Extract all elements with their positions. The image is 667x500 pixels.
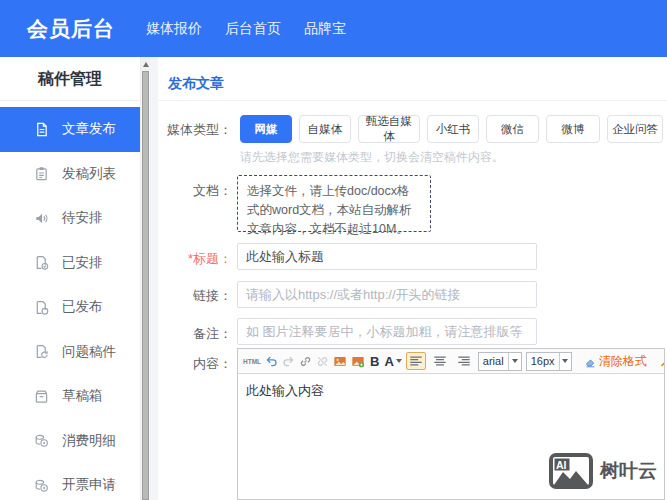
font-size-value: 16px: [527, 355, 559, 367]
content-label: 内容：: [158, 355, 232, 373]
watermark-ai-text: AI: [556, 459, 567, 471]
font-color-letter: A: [384, 354, 393, 369]
media-type-hint: 请先选择您需要媒体类型，切换会清空稿件内容。: [240, 149, 504, 166]
media-btn-self-media[interactable]: 自媒体: [299, 115, 351, 143]
document-refresh-icon: [33, 344, 49, 360]
note-label: 备注：: [158, 325, 232, 343]
sidebar-item-label: 发稿列表: [62, 165, 116, 183]
align-center-icon[interactable]: [430, 352, 450, 370]
sidebar-item-pending[interactable]: 待安排: [0, 196, 140, 241]
bold-icon[interactable]: B: [369, 354, 380, 369]
media-btn-web[interactable]: 网媒: [240, 115, 292, 143]
watermark: AI 树叶云: [548, 452, 657, 490]
sidebar-item-label: 待安排: [62, 209, 103, 227]
align-right-icon[interactable]: [454, 352, 474, 370]
chevron-down-icon: [508, 353, 521, 370]
eraser-icon: [584, 355, 597, 368]
sidebar-item-published[interactable]: 已发布: [0, 285, 140, 330]
html-source-icon[interactable]: HTML: [243, 358, 261, 365]
media-type-group: 网媒 自媒体 甄选自媒体 小红书 微信 微博 企业问答: [240, 115, 663, 143]
document-upload-box[interactable]: 选择文件，请上传doc/docx格式的word文档，本站自动解析文章内容，文档不…: [237, 175, 431, 232]
media-btn-qa[interactable]: 企业问答: [607, 115, 663, 143]
sidebar-item-label: 已发布: [62, 298, 103, 316]
link-input[interactable]: [237, 281, 537, 308]
undo-icon[interactable]: [265, 355, 278, 368]
auto-format-button[interactable]: 一键自动排版: [659, 353, 664, 370]
editor-content[interactable]: 此处输入内容 AI 树叶云: [238, 374, 664, 499]
media-btn-weibo[interactable]: 微博: [546, 115, 600, 143]
document-circle-icon: [33, 299, 49, 315]
media-btn-wechat[interactable]: 微信: [486, 115, 539, 143]
coins-icon: [33, 433, 49, 449]
sidebar-scrollbar[interactable]: [140, 57, 150, 500]
clear-format-label: 清除格式: [599, 353, 647, 370]
chevron-down-icon: [559, 353, 571, 370]
document-check-icon: [33, 255, 49, 271]
nav-media-pricing[interactable]: 媒体报价: [146, 20, 202, 38]
title-label: *标题：: [158, 250, 232, 268]
app-root: 会员后台 媒体报价 后台首页 品牌宝 稿件管理 文章发布 发稿列表: [0, 0, 667, 500]
scrollbar-up-arrow-icon[interactable]: [141, 57, 150, 71]
clear-format-button[interactable]: 清除格式: [584, 353, 647, 370]
note-input[interactable]: [237, 318, 537, 345]
sidebar-item-label: 开票申请: [62, 476, 116, 494]
title-label-text: 标题：: [193, 251, 232, 266]
page-title: 发布文章: [168, 75, 224, 93]
watermark-logo-icon: AI: [548, 452, 594, 490]
nav-brand-bao[interactable]: 品牌宝: [304, 20, 346, 38]
title-input[interactable]: [237, 243, 537, 270]
content-gutter: [150, 57, 158, 500]
upload-image-icon[interactable]: [351, 355, 365, 368]
invoice-coins-icon: [33, 477, 49, 493]
archive-box-icon: [33, 388, 49, 404]
editor-toolbar: HTML B A: [238, 349, 664, 374]
topbar: 会员后台 媒体报价 后台首页 品牌宝: [0, 0, 667, 57]
sidebar: 稿件管理 文章发布 发稿列表 待安排: [0, 57, 140, 500]
sidebar-item-label: 消费明细: [62, 432, 116, 450]
title-divider: [158, 100, 667, 101]
media-btn-selected-self-media[interactable]: 甄选自媒体: [358, 115, 420, 143]
nav-backend-home[interactable]: 后台首页: [225, 20, 281, 38]
font-family-value: arial: [479, 355, 508, 367]
unlink-icon[interactable]: [316, 355, 329, 368]
sidebar-item-drafts[interactable]: 草稿箱: [0, 374, 140, 419]
sidebar-item-spending-detail[interactable]: 消费明细: [0, 419, 140, 464]
insert-image-icon[interactable]: [333, 355, 347, 368]
brand-logo[interactable]: 会员后台: [27, 15, 115, 43]
sidebar-item-label: 文章发布: [62, 120, 116, 138]
sidebar-item-scheduled[interactable]: 已安排: [0, 241, 140, 286]
speaker-icon: [33, 210, 49, 226]
rich-text-editor: HTML B A: [237, 348, 665, 500]
main-panel: 发布文章 媒体类型： 网媒 自媒体 甄选自媒体 小红书 微信 微博 企业问答 请…: [158, 57, 667, 500]
sidebar-item-invoice-request[interactable]: 开票申请: [0, 463, 140, 500]
top-nav: 媒体报价 后台首页 品牌宝: [146, 20, 346, 38]
document-icon: [33, 121, 49, 137]
magic-wand-icon: [659, 355, 664, 368]
sidebar-item-problem-posts[interactable]: 问题稿件: [0, 330, 140, 375]
editor-placeholder-text: 此处输入内容: [246, 383, 324, 398]
sidebar-menu: 文章发布 发稿列表 待安排 已安排: [0, 107, 140, 500]
document-label: 文档：: [158, 182, 232, 200]
link-icon[interactable]: [299, 355, 312, 368]
font-family-select[interactable]: arial: [478, 352, 522, 371]
align-left-icon[interactable]: [406, 352, 426, 370]
scrollbar-thumb[interactable]: [142, 71, 149, 500]
sidebar-title: 稿件管理: [0, 57, 140, 101]
sidebar-item-post-list[interactable]: 发稿列表: [0, 152, 140, 197]
sidebar-item-label: 草稿箱: [62, 387, 103, 405]
redo-icon[interactable]: [282, 355, 295, 368]
link-label: 链接：: [158, 287, 232, 305]
sidebar-item-label: 问题稿件: [62, 343, 116, 361]
sidebar-item-label: 已安排: [62, 254, 103, 272]
font-color-icon[interactable]: A: [384, 354, 401, 369]
clipboard-icon: [33, 166, 49, 182]
media-btn-xiaohongshu[interactable]: 小红书: [427, 115, 479, 143]
font-size-select[interactable]: 16px: [526, 352, 572, 371]
watermark-brand-text: 树叶云: [600, 458, 657, 484]
media-type-label: 媒体类型：: [158, 121, 232, 139]
sidebar-item-article-publish[interactable]: 文章发布: [0, 107, 140, 152]
